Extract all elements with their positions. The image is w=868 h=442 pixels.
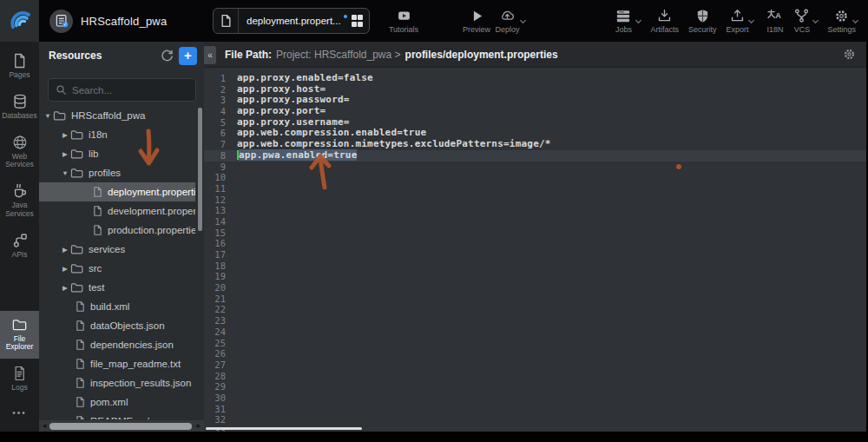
i18n-button[interactable]: AI18N — [766, 7, 784, 34]
sidebar-item-logs[interactable]: Logs — [0, 359, 39, 399]
editor-line-29[interactable]: 29 — [204, 381, 866, 393]
search-box — [48, 78, 196, 102]
editor-line-10[interactable]: 10 — [204, 172, 866, 183]
artifacts-button[interactable]: Artifacts — [650, 7, 679, 34]
apis-label: APIs — [12, 251, 28, 260]
tutorials-button[interactable]: Tutorials — [383, 7, 424, 34]
tree-item-dataobjects-json[interactable]: dataObjects.json — [39, 316, 195, 335]
scroll-right-arrow[interactable]: ► — [194, 422, 204, 430]
security-button[interactable]: Security — [688, 7, 717, 34]
editor-line-9[interactable]: 9 — [204, 162, 866, 173]
settings-button[interactable]: Settings — [827, 7, 864, 34]
tree-item-label: build.xml — [90, 301, 129, 312]
sidebar-item-pages[interactable]: Pages — [0, 46, 39, 87]
app-logo[interactable] — [0, 0, 39, 42]
editor-horizontal-scrollbar[interactable] — [206, 427, 362, 430]
editor-settings-gear-icon[interactable] — [842, 47, 857, 62]
editor-line-15[interactable]: 15 — [204, 228, 866, 239]
editor-line-12[interactable]: 12 — [204, 195, 866, 206]
editor-line-24[interactable]: 24 — [204, 327, 866, 338]
editor-line-14[interactable]: 14 — [204, 216, 866, 228]
grid-icon[interactable] — [352, 15, 364, 27]
editor-line-18[interactable]: 18 — [204, 261, 866, 272]
collapsed-caret-icon[interactable]: ▶ — [60, 246, 70, 254]
sidebar-more-button[interactable]: ••• — [0, 399, 39, 432]
code-editor[interactable]: 1app.proxy.enabled=false2app.proxy.host=… — [204, 68, 866, 432]
sidebar-item-java-services[interactable]: JavaServices — [0, 176, 39, 226]
tree-vertical-scrollbar[interactable] — [198, 106, 202, 418]
tree-item-file-map-readme-txt[interactable]: file_map_readme.txt — [39, 354, 195, 373]
tree-item-readme-md[interactable]: README.md — [39, 412, 195, 419]
editor-line-32[interactable]: 32 — [204, 414, 866, 426]
line-number: 6 — [204, 128, 237, 139]
editor-line-22[interactable]: 22 — [204, 304, 866, 315]
collapsed-caret-icon[interactable]: ▶ — [60, 131, 70, 139]
export-button[interactable]: Export — [726, 7, 756, 34]
tree-item-hrscaffold-pwa[interactable]: ▼HRScaffold_pwa — [39, 106, 195, 125]
search-icon — [56, 84, 67, 96]
tree-item-i18n[interactable]: ▶i18n — [39, 125, 195, 144]
sidebar-item-file-explorer[interactable]: FileExplorer — [0, 311, 39, 360]
tree-item-build-xml[interactable]: build.xml — [39, 297, 195, 316]
editor-line-16[interactable]: 16 — [204, 238, 866, 249]
search-input[interactable] — [72, 85, 176, 96]
vcs-button[interactable]: VCS — [793, 7, 818, 34]
expanded-caret-icon[interactable]: ▼ — [43, 112, 53, 120]
sidebar-item-apis[interactable]: APIs — [0, 226, 39, 267]
settings-icon — [833, 7, 850, 24]
tree-horizontal-scrollbar[interactable]: ◄ ► — [39, 420, 204, 432]
editor-line-19[interactable]: 19 — [204, 271, 866, 282]
editor-line-21[interactable]: 21 — [204, 294, 866, 305]
editor-line-25[interactable]: 25 — [204, 338, 866, 349]
collapsed-caret-icon[interactable]: ▶ — [60, 265, 70, 273]
editor-line-27[interactable]: 27 — [204, 360, 866, 371]
editor-line-28[interactable]: 28 — [204, 371, 866, 382]
editor-line-7[interactable]: 7app.web.compression.mimetypes.excludePa… — [204, 139, 866, 150]
editor-line-17[interactable]: 17 — [204, 249, 866, 261]
tree-item-label: dependencies.json — [90, 340, 174, 350]
tree-item-development-properties[interactable]: development.properties — [39, 201, 195, 221]
scroll-left-arrow[interactable]: ◄ — [39, 422, 49, 430]
editor-line-30[interactable]: 30 — [204, 393, 866, 404]
editor-line-11[interactable]: 11 — [204, 183, 866, 195]
jobs-button[interactable]: Jobs — [614, 7, 641, 34]
line-number: 24 — [204, 327, 237, 338]
collapsed-caret-icon[interactable]: ▶ — [60, 284, 70, 292]
tree-item-pom-xml[interactable]: pom.xml — [39, 393, 195, 412]
editor-line-8[interactable]: 8app.pwa.enabled=true — [204, 150, 866, 162]
editor-line-1[interactable]: 1app.proxy.enabled=false — [204, 73, 866, 84]
tree-item-src[interactable]: ▶src — [39, 259, 195, 278]
refresh-button[interactable] — [158, 47, 175, 64]
tree-item-dependencies-json[interactable]: dependencies.json — [39, 335, 195, 354]
editor-line-23[interactable]: 23 — [204, 315, 866, 327]
editor-line-26[interactable]: 26 — [204, 348, 866, 360]
editor-line-4[interactable]: 4app.proxy.port= — [204, 106, 866, 117]
add-resource-button[interactable]: + — [179, 47, 197, 65]
open-file-tab[interactable]: deployment.propert... — [213, 8, 370, 34]
tree-item-production-properties[interactable]: production.properties — [39, 221, 195, 240]
tree-item-inspection-results-json[interactable]: inspection_results.json — [39, 373, 195, 393]
tree-item-services[interactable]: ▶services — [39, 240, 195, 259]
collapse-panel-button[interactable]: « — [204, 46, 216, 64]
deploy-button[interactable]: Deploy — [489, 7, 534, 34]
sidebar-item-databases[interactable]: Databases — [0, 87, 39, 128]
pages-label: Pages — [9, 71, 30, 80]
editor-line-20[interactable]: 20 — [204, 282, 866, 294]
sidebar-item-web-services[interactable]: WebServices — [0, 128, 39, 177]
web-services-icon — [11, 134, 29, 151]
line-number: 21 — [204, 294, 237, 305]
editor-line-31[interactable]: 31 — [204, 404, 866, 415]
databases-icon — [11, 93, 29, 110]
tree-item-test[interactable]: ▶test — [39, 278, 195, 297]
tree-item-profiles[interactable]: ▼profiles — [39, 163, 195, 182]
tree-item-label: src — [89, 263, 102, 274]
expanded-caret-icon[interactable]: ▼ — [60, 169, 70, 177]
editor-line-13[interactable]: 13 — [204, 205, 866, 216]
scroll-thumb[interactable] — [49, 423, 192, 430]
project-switcher[interactable]: HRScaffold_pwa — [49, 0, 167, 42]
collapsed-caret-icon[interactable]: ▶ — [60, 150, 70, 158]
tree-item-lib[interactable]: ▶lib — [39, 144, 195, 163]
i18n-label: I18N — [766, 25, 783, 34]
line-content: app.proxy.port= — [237, 106, 326, 117]
tree-item-deployment-properties[interactable]: deployment.properties — [39, 182, 195, 201]
